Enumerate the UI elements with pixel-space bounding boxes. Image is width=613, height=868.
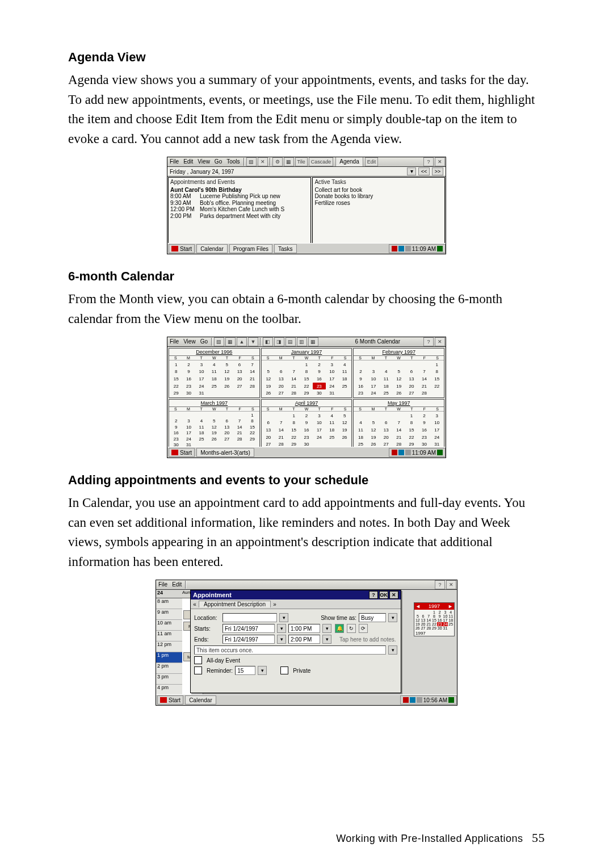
help-icon[interactable]: ? bbox=[423, 337, 434, 346]
appointment-row[interactable]: 12:00 PMMom's Kitchen Cafe Lunch with S bbox=[170, 206, 309, 213]
toolbar-icon[interactable]: ◨ bbox=[274, 337, 284, 346]
location-input[interactable] bbox=[222, 613, 277, 622]
taskbar-tasks[interactable]: Tasks bbox=[274, 244, 297, 253]
card-help-button[interactable]: ? bbox=[369, 591, 378, 599]
ends-time-input[interactable]: 2:00 PM bbox=[288, 635, 320, 644]
toolbar-icon[interactable]: ◧ bbox=[263, 337, 273, 346]
appointment-row[interactable]: 8:00 AMLucerne Publishing Pick up new bbox=[170, 193, 309, 200]
help-icon[interactable]: ? bbox=[435, 580, 445, 589]
tab-prev-button[interactable]: « bbox=[191, 601, 199, 607]
tray-icon[interactable] bbox=[437, 450, 443, 455]
toolbar-icon[interactable]: ▲ bbox=[237, 337, 247, 346]
tray-icon[interactable] bbox=[405, 246, 411, 251]
month-panel[interactable]: March 1997SMTWTFS12345678910111213141516… bbox=[169, 399, 260, 449]
menu-view[interactable]: View bbox=[181, 337, 198, 346]
month-panel[interactable]: April 1997SMTWTFS12345678910111213141516… bbox=[261, 399, 352, 449]
notes-hint[interactable]: Tap here to add notes. bbox=[339, 636, 396, 643]
tray-icon[interactable] bbox=[398, 450, 404, 455]
taskbar-app[interactable]: Program Files bbox=[229, 244, 272, 253]
reminder-value-input[interactable]: 15 bbox=[235, 666, 255, 675]
location-dropdown[interactable]: ▾ bbox=[279, 613, 288, 622]
start-button[interactable]: Start bbox=[157, 695, 183, 705]
time-slot[interactable]: 9 am bbox=[156, 609, 182, 620]
taskbar-app[interactable]: Calendar bbox=[196, 244, 228, 253]
reminder-bell-icon[interactable]: 🔔 bbox=[335, 624, 344, 633]
close-icon[interactable]: ✕ bbox=[435, 157, 445, 166]
month-panel[interactable]: May 1997SMTWTFS1234567891011121314151617… bbox=[353, 399, 444, 449]
reminder-dropdown[interactable]: ▾ bbox=[258, 666, 267, 675]
toolbar-icon[interactable]: ▧ bbox=[214, 337, 224, 346]
minical-prev[interactable]: ◄ bbox=[415, 603, 421, 610]
toolbar-icon[interactable]: ▼ bbox=[248, 337, 258, 346]
reminder-checkbox[interactable] bbox=[194, 666, 202, 674]
menu-tools[interactable]: Tools bbox=[224, 157, 242, 166]
menu-file[interactable]: File bbox=[167, 337, 181, 346]
showtime-dropdown[interactable]: ▾ bbox=[388, 613, 397, 622]
tray-icon[interactable] bbox=[437, 246, 443, 251]
tab-appointment-description[interactable]: Appointment Description bbox=[199, 601, 271, 607]
ends-time-dropdown[interactable]: ▾ bbox=[322, 635, 331, 644]
month-panel[interactable]: December 1996SMTWTFS12345678910111213141… bbox=[169, 348, 260, 398]
appointment-row[interactable]: 9:30 AMBob's office. Planning meeting bbox=[170, 200, 309, 207]
toolbar-icon[interactable]: ▥ bbox=[297, 337, 307, 346]
starts-time-input[interactable]: 1:00 PM bbox=[288, 624, 320, 633]
agenda-mode-label[interactable]: Agenda bbox=[335, 157, 363, 167]
private-checkbox[interactable] bbox=[280, 666, 288, 674]
move-icon[interactable]: ↻ bbox=[347, 624, 356, 633]
tray-icon[interactable] bbox=[417, 697, 422, 703]
tab-next-button[interactable]: » bbox=[271, 601, 279, 607]
taskbar-app[interactable]: Months-alert-3(arts) bbox=[196, 448, 254, 457]
minical-next[interactable]: ► bbox=[448, 603, 453, 610]
toolbar-icon[interactable]: ▤ bbox=[285, 337, 296, 346]
tray-icon[interactable] bbox=[403, 697, 409, 703]
menu-edit[interactable]: Edit bbox=[170, 580, 184, 589]
prev-day-button[interactable]: << bbox=[418, 167, 430, 175]
taskbar-app[interactable]: Calendar bbox=[185, 695, 216, 705]
time-slot[interactable]: 3 pm bbox=[156, 674, 182, 685]
recurrence-field[interactable]: This item occurs once. bbox=[194, 645, 386, 655]
date-dropdown[interactable]: ▾ bbox=[407, 167, 416, 175]
next-day-button[interactable]: >> bbox=[432, 167, 443, 175]
showtime-input[interactable]: Busy bbox=[359, 613, 386, 622]
recurrence-icon[interactable]: ⟳ bbox=[359, 624, 368, 633]
cascade-button[interactable]: Cascade bbox=[309, 157, 334, 166]
tile-button[interactable]: Tile bbox=[295, 157, 308, 166]
time-slot[interactable]: 1 pm bbox=[156, 652, 182, 663]
toolbar-icon[interactable]: ⚙ bbox=[272, 157, 283, 166]
toolbar-icon[interactable]: ▧ bbox=[246, 157, 257, 166]
toolbar-icon[interactable]: ✕ bbox=[258, 157, 268, 166]
all-day-event[interactable]: Aunt Carol's 90th Birthday bbox=[170, 187, 309, 194]
starts-time-dropdown[interactable]: ▾ bbox=[322, 624, 331, 633]
month-panel[interactable]: January 1997SMTWTFS123456789101112131415… bbox=[261, 348, 352, 398]
toolbar-icon[interactable]: ▦ bbox=[308, 337, 318, 346]
tray-icon[interactable] bbox=[448, 697, 454, 703]
starts-date-input[interactable]: Fri 1/24/1997 bbox=[222, 624, 275, 633]
time-slot[interactable]: 10 am bbox=[156, 620, 182, 631]
close-icon[interactable]: ✕ bbox=[435, 337, 445, 346]
menu-edit[interactable]: Edit bbox=[181, 157, 195, 166]
tray-icon[interactable] bbox=[392, 450, 397, 455]
start-button[interactable]: Start bbox=[169, 448, 195, 457]
time-slot[interactable]: 8 am bbox=[156, 598, 182, 609]
menu-file[interactable]: File bbox=[167, 157, 181, 166]
menu-file[interactable]: File bbox=[156, 580, 170, 589]
start-button[interactable]: Start bbox=[169, 244, 195, 253]
tray-icon[interactable] bbox=[405, 450, 411, 455]
edit-button[interactable]: Edit bbox=[365, 157, 379, 166]
time-slot[interactable]: 11 am bbox=[156, 631, 182, 641]
time-slot[interactable]: 12 pm bbox=[156, 641, 182, 652]
month-panel[interactable]: February 1997SMTWTFS12345678910111213141… bbox=[353, 348, 444, 398]
tray-icon[interactable] bbox=[392, 246, 397, 251]
mini-calendar[interactable]: ◄ 1997 ► 1234567891011121314151617181920… bbox=[414, 602, 455, 636]
menu-view[interactable]: View bbox=[195, 157, 212, 166]
ends-date-input[interactable]: Fri 1/24/1997 bbox=[222, 635, 275, 644]
card-ok-button[interactable]: OK bbox=[379, 591, 388, 599]
help-icon[interactable]: ? bbox=[423, 157, 434, 166]
task-row[interactable]: Collect art for book bbox=[314, 187, 443, 194]
task-row[interactable]: Donate books to library bbox=[314, 193, 443, 200]
toolbar-icon[interactable]: ▦ bbox=[284, 157, 294, 166]
close-icon[interactable]: ✕ bbox=[446, 580, 456, 589]
tray-icon[interactable] bbox=[410, 697, 415, 703]
toolbar-icon[interactable]: ▦ bbox=[225, 337, 236, 346]
recurrence-dropdown[interactable]: ▾ bbox=[388, 645, 397, 655]
